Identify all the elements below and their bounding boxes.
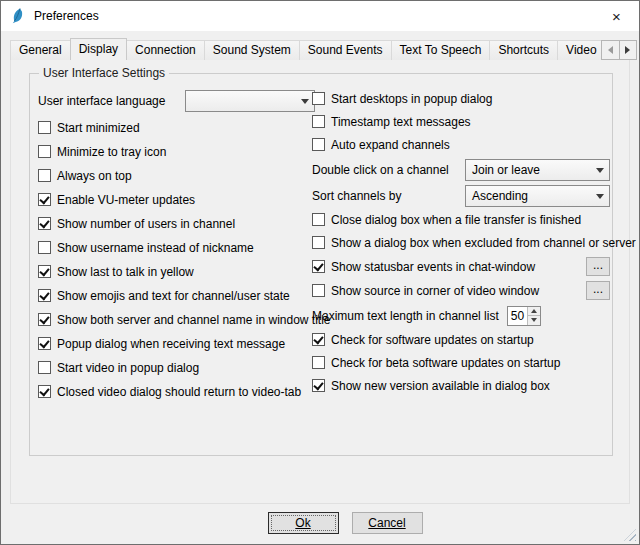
tab-bar: General Display Connection Sound System … <box>10 38 630 60</box>
checkbox-box[interactable] <box>312 236 325 249</box>
checkbox-statusbar-events[interactable]: Show statusbar events in chat-window <box>312 260 535 274</box>
sort-channels-row: Sort channels by Ascending <box>312 185 610 207</box>
checkbox-box[interactable] <box>38 337 51 350</box>
chevron-down-icon <box>596 194 604 199</box>
checkbox-check-updates[interactable]: Check for software updates on startup <box>312 333 534 347</box>
checkbox-label: Popup dialog when receiving text message <box>57 337 285 351</box>
checkbox-label: Show a dialog box when excluded from cha… <box>331 236 636 250</box>
checkbox-last-to-talk[interactable]: Show last to talk in yellow <box>38 265 194 279</box>
checkbox-box[interactable] <box>38 217 51 230</box>
checkbox-show-user-count[interactable]: Show number of users in channel <box>38 217 235 231</box>
checkbox-box[interactable] <box>38 169 51 182</box>
checkbox-popup-text-message[interactable]: Popup dialog when receiving text message <box>38 337 285 351</box>
checkbox-box[interactable] <box>38 361 51 374</box>
checkbox-video-source-corner[interactable]: Show source in corner of video window <box>312 284 539 298</box>
checkbox-box[interactable] <box>38 385 51 398</box>
checkbox-box[interactable] <box>38 289 51 302</box>
checkbox-box[interactable] <box>38 313 51 326</box>
sort-channels-label: Sort channels by <box>312 189 401 203</box>
sort-channels-value: Ascending <box>472 189 528 203</box>
video-source-config-button[interactable]: ... <box>586 281 610 300</box>
checkbox-auto-expand-channels[interactable]: Auto expand channels <box>312 138 450 152</box>
double-click-row: Double click on a channel Join or leave <box>312 159 610 181</box>
checkbox-label: Minimize to tray icon <box>57 145 166 159</box>
checkbox-label: Start desktops in popup dialog <box>331 92 492 106</box>
checkbox-box[interactable] <box>38 121 51 134</box>
cancel-button[interactable]: Cancel <box>352 512 423 534</box>
spinner-down-button[interactable] <box>528 316 540 325</box>
checkbox-label: Start minimized <box>57 121 140 135</box>
language-row: User interface language <box>38 90 315 112</box>
sort-channels-combobox[interactable]: Ascending <box>465 185 610 207</box>
tab-scroll-right-button[interactable] <box>620 40 638 60</box>
close-button[interactable]: × <box>594 1 639 31</box>
checkbox-start-minimized[interactable]: Start minimized <box>38 121 140 135</box>
statusbar-events-config-button[interactable]: ... <box>586 257 610 276</box>
ellipsis-icon: ... <box>593 259 603 271</box>
checkbox-start-desktops-popup[interactable]: Start desktops in popup dialog <box>312 92 492 106</box>
max-text-length-value: 50 <box>508 307 527 325</box>
tab-shortcuts[interactable]: Shortcuts <box>489 40 558 60</box>
checkbox-label: Show new version available in dialog box <box>331 379 550 393</box>
checkbox-box[interactable] <box>312 260 325 273</box>
tab-sound-system[interactable]: Sound System <box>204 40 300 60</box>
checkbox-box[interactable] <box>312 333 325 346</box>
window-title: Preferences <box>34 9 99 23</box>
checkbox-box[interactable] <box>312 138 325 151</box>
checkbox-check-beta-updates[interactable]: Check for beta software updates on start… <box>312 356 560 370</box>
checkbox-label: Show statusbar events in chat-window <box>331 260 535 274</box>
checkbox-always-on-top[interactable]: Always on top <box>38 169 132 183</box>
tab-scroll-control <box>601 40 637 60</box>
tab-text-to-speech[interactable]: Text To Speech <box>391 40 491 60</box>
checkbox-label: Show number of users in channel <box>57 217 235 231</box>
checkbox-show-excluded-dialog[interactable]: Show a dialog box when excluded from cha… <box>312 236 636 250</box>
max-text-length-spinner[interactable]: 50 <box>507 306 541 326</box>
checkbox-label: Check for beta software updates on start… <box>331 356 560 370</box>
max-text-length-row: Maximum text length in channel list 50 <box>312 305 610 326</box>
checkbox-box[interactable] <box>38 265 51 278</box>
checkbox-label: Enable VU-meter updates <box>57 193 195 207</box>
checkbox-box[interactable] <box>312 92 325 105</box>
checkbox-label: Closed video dialog should return to vid… <box>57 385 301 399</box>
checkbox-closed-video-return[interactable]: Closed video dialog should return to vid… <box>38 385 301 399</box>
checkbox-server-channel-in-title[interactable]: Show both server and channel name in win… <box>38 313 331 327</box>
arrow-down-icon <box>531 318 537 322</box>
language-label: User interface language <box>38 94 165 108</box>
checkbox-show-emojis[interactable]: Show emojis and text for channel/user st… <box>38 289 290 303</box>
checkbox-enable-vu-meter[interactable]: Enable VU-meter updates <box>38 193 195 207</box>
ok-button[interactable]: Ok <box>268 512 339 534</box>
checkbox-box[interactable] <box>312 284 325 297</box>
checkbox-label: Show emojis and text for channel/user st… <box>57 289 290 303</box>
tab-connection[interactable]: Connection <box>126 40 205 60</box>
tab-sound-events[interactable]: Sound Events <box>299 40 392 60</box>
video-source-row: Show source in corner of video window ..… <box>312 281 610 300</box>
checkbox-box[interactable] <box>38 241 51 254</box>
checkbox-timestamp-messages[interactable]: Timestamp text messages <box>312 115 471 129</box>
ellipsis-icon: ... <box>593 283 603 295</box>
checkbox-box[interactable] <box>38 145 51 158</box>
checkbox-box[interactable] <box>312 213 325 226</box>
double-click-combobox[interactable]: Join or leave <box>465 159 610 181</box>
checkbox-label: Start video in popup dialog <box>57 361 199 375</box>
checkbox-label: Show source in corner of video window <box>331 284 539 298</box>
checkbox-close-filetransfer-dialog[interactable]: Close dialog box when a file transfer is… <box>312 213 581 227</box>
checkbox-label: Show username instead of nickname <box>57 241 254 255</box>
spinner-up-button[interactable] <box>528 307 540 317</box>
close-icon: × <box>612 8 621 25</box>
tab-video[interactable]: Video <box>557 40 605 60</box>
checkbox-minimize-to-tray[interactable]: Minimize to tray icon <box>38 145 166 159</box>
tab-display[interactable]: Display <box>70 38 127 60</box>
checkbox-box[interactable] <box>38 193 51 206</box>
checkbox-start-video-popup[interactable]: Start video in popup dialog <box>38 361 199 375</box>
tab-general[interactable]: General <box>10 40 71 60</box>
checkbox-box[interactable] <box>312 356 325 369</box>
tab-scroll-left-icon <box>608 46 613 54</box>
dialog-footer: Ok Cancel <box>1 512 639 534</box>
checkbox-box[interactable] <box>312 115 325 128</box>
language-combobox[interactable] <box>185 90 315 112</box>
checkbox-show-username[interactable]: Show username instead of nickname <box>38 241 254 255</box>
title-bar[interactable]: Preferences × <box>1 1 639 31</box>
tab-scroll-left-button[interactable] <box>601 40 620 60</box>
checkbox-show-new-version[interactable]: Show new version available in dialog box <box>312 379 550 393</box>
checkbox-box[interactable] <box>312 379 325 392</box>
